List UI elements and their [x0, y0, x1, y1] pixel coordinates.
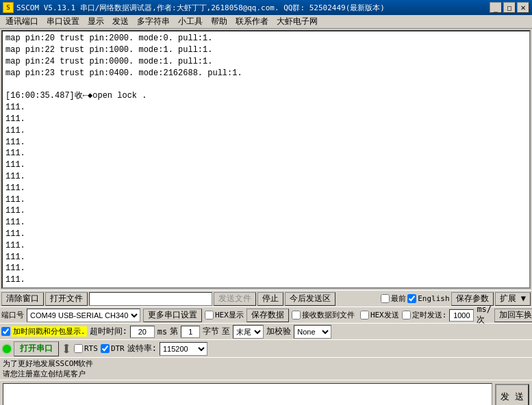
send-button[interactable]: 发 送	[495, 384, 529, 406]
title-text: SSCOM V5.13.1 串口/网络数据调试器,作者:大虾丁丁,2618058…	[16, 3, 385, 13]
last-check-group[interactable]: 最前	[381, 293, 406, 304]
recv-to-file-checkbox[interactable]	[292, 311, 301, 319]
rts-group[interactable]: RTS	[74, 344, 98, 353]
title-bar-left: S SSCOM V5.13.1 串口/网络数据调试器,作者:大虾丁丁,26180…	[3, 2, 385, 13]
open-port-button[interactable]: 打开串口	[14, 341, 59, 356]
open-port-label: 打开串口	[20, 343, 53, 354]
menu-multi-string[interactable]: 多字符串	[133, 14, 174, 29]
minimize-button[interactable]: _	[490, 2, 502, 13]
checksum-select[interactable]: None CRC16 Sum8 XOR	[294, 325, 331, 339]
hex-send-checkbox[interactable]	[360, 311, 369, 319]
hex-row: 加时间戳和分包显示. 超时时间: ms 第 字节 至 末尾 加校验 None C…	[0, 323, 532, 339]
send-area: 发 送	[0, 380, 532, 405]
toolbar1: 清除窗口 打开文件 发送文件 停止 今后发送区 最前 English 保存参数 …	[0, 290, 532, 306]
recv-to-file-group[interactable]: 接收数据到文件	[292, 310, 355, 320]
timeout-label: 超时时间:	[90, 326, 127, 337]
maximize-button[interactable]: □	[503, 2, 516, 13]
save-data-button[interactable]: 保存数据	[246, 309, 289, 322]
send-file-input[interactable]	[89, 292, 212, 306]
port-select[interactable]: COM49 USB-SERIAL CH340	[27, 309, 140, 322]
timestamp-group[interactable]: 加时间戳和分包显示.	[1, 326, 87, 337]
timed-send-value[interactable]	[449, 309, 474, 322]
app-icon: S	[3, 2, 14, 13]
timed-send-group[interactable]: 定时发送:	[402, 310, 447, 320]
menu-help[interactable]: 帮助	[207, 14, 231, 29]
save-params-button[interactable]: 保存参数	[451, 292, 494, 306]
baud-select[interactable]: 9600 19200 38400 57600 115200 230400 460…	[160, 342, 207, 356]
terminal-output: Services_Lock_Init . Services_Lock_SetLo…	[1, 30, 531, 289]
baud-label: 波特率:	[127, 343, 157, 354]
menu-send[interactable]: 发送	[108, 14, 133, 29]
to-label: 至	[222, 326, 230, 337]
dtr-checkbox[interactable]	[101, 344, 110, 353]
timeout-value[interactable]	[130, 326, 155, 338]
open-file-button[interactable]: 打开文件	[45, 292, 88, 306]
advice-row: 为了更好地发展SSCOM软件 请您注册嘉立创结尾客户	[0, 357, 532, 380]
menu-serial-settings[interactable]: 串口设置	[42, 14, 84, 29]
hex-display-checkbox[interactable]	[205, 311, 214, 319]
stop-button[interactable]: 停止	[257, 292, 283, 306]
checksum-label: 加校验	[266, 326, 291, 337]
hex-display-group[interactable]: HEX显示	[205, 310, 244, 320]
menu-contact[interactable]: 联系作者	[231, 14, 273, 29]
advice-text2: 请您注册嘉立创结尾客户	[3, 369, 86, 378]
send-area-button[interactable]: 今后发送区	[285, 292, 335, 306]
close-button[interactable]: ✕	[517, 2, 529, 13]
timestamp-label: 加时间戳和分包显示.	[12, 326, 87, 337]
clear-window-button[interactable]: 清除窗口	[1, 292, 44, 306]
port-led-indicator	[3, 345, 11, 353]
multi-port-button[interactable]: 更多串口设置	[143, 309, 202, 322]
menu-website[interactable]: 大虾电子网	[273, 14, 322, 29]
byte-label: 字节	[203, 326, 219, 337]
timestamp-checkbox[interactable]	[1, 327, 10, 336]
hex-send-group[interactable]: HEX发送	[360, 310, 399, 320]
send-file-button[interactable]: 发送文件	[214, 292, 256, 306]
open-port-row: 打开串口 RTS DTR 波特率: 9600 19200 38400 57600…	[0, 339, 532, 357]
menu-bar: 通讯端口 串口设置 显示 发送 多字符串 小工具 帮助 联系作者 大虾电子网	[0, 15, 532, 29]
port-row: 端口号 COM49 USB-SERIAL CH340 更多串口设置 HEX显示 …	[0, 306, 532, 323]
menu-comm-port[interactable]: 通讯端口	[1, 14, 42, 29]
send-textarea[interactable]	[3, 383, 492, 406]
title-controls[interactable]: _ □ ✕	[490, 2, 529, 13]
menu-display[interactable]: 显示	[84, 14, 108, 29]
last-checkbox[interactable]	[381, 294, 390, 303]
timeout-unit-label: ms	[157, 327, 167, 337]
timed-unit-label: ms/次	[477, 304, 492, 326]
english-check-group[interactable]: English	[407, 294, 449, 303]
menu-tools[interactable]: 小工具	[174, 14, 207, 29]
end-select[interactable]: 末尾	[233, 325, 264, 339]
add-enter-button[interactable]: 加回车换行	[494, 309, 532, 322]
port-number-label: 端口号	[1, 310, 24, 320]
dtr-group[interactable]: DTR	[101, 344, 125, 353]
advice-text1: 为了更好地发展SSCOM软件	[3, 359, 93, 368]
title-bar: S SSCOM V5.13.1 串口/网络数据调试器,作者:大虾丁丁,26180…	[0, 0, 532, 15]
page-label: 第	[170, 326, 178, 337]
refresh-icon	[62, 344, 71, 354]
page-value[interactable]	[181, 326, 200, 338]
rts-checkbox[interactable]	[74, 344, 83, 353]
timed-send-checkbox[interactable]	[402, 311, 411, 319]
terminal-text: Services_Lock_Init . Services_Lock_SetLo…	[5, 30, 527, 286]
english-checkbox[interactable]	[407, 294, 416, 303]
expand-button[interactable]: 扩展 ▼	[495, 292, 531, 306]
